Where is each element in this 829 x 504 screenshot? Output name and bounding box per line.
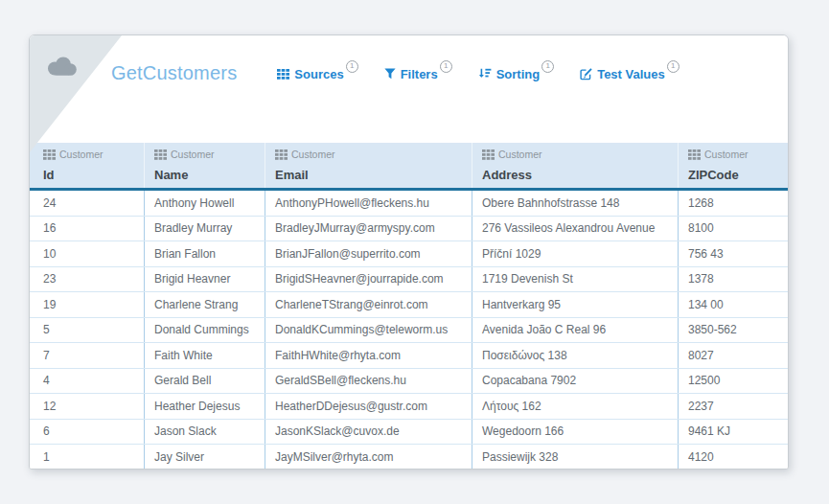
table-row[interactable]: 5Donald CummingsDonaldKCummings@teleworm…	[30, 318, 788, 344]
cell-name: Bradley Murray	[145, 217, 265, 241]
cell-address: Příční 1029	[472, 241, 679, 266]
cell-id: 5	[30, 318, 145, 343]
table-row[interactable]: 6Jason SlackJasonKSlack@cuvox.deWegedoor…	[30, 420, 788, 446]
cell-id: 7	[30, 343, 145, 368]
cloud-icon	[44, 55, 79, 80]
menu-item-label: Sorting	[496, 67, 541, 81]
menu-item-badge: 1	[440, 60, 452, 73]
cell-address: Wegedoorn 166	[472, 420, 679, 445]
cell-id: 4	[30, 369, 145, 394]
cell-name: Gerald Bell	[145, 369, 265, 394]
cell-zipcode: 9461 KJ	[679, 420, 788, 445]
column-field-name: ZIPCode	[688, 168, 780, 184]
table-row[interactable]: 1Jay SilverJayMSilver@rhyta.comPassiewij…	[30, 445, 788, 470]
cell-id: 6	[30, 420, 145, 445]
column-header-zipcode[interactable]: CustomerZIPCode	[679, 143, 788, 188]
cell-zipcode: 8027	[679, 343, 788, 368]
cell-address: Passiewijk 328	[472, 445, 679, 470]
menu-item-label: Test Values	[597, 67, 665, 81]
sort-icon	[478, 68, 492, 80]
menu-item-filters[interactable]: Filters1	[384, 67, 452, 81]
cell-id: 10	[30, 241, 145, 266]
cell-email: BrigidSHeavner@jourrapide.com	[265, 267, 472, 292]
cell-email: FaithHWhite@rhyta.com	[265, 343, 472, 368]
column-header-id[interactable]: CustomerId	[30, 143, 145, 188]
column-field-name: Address	[482, 168, 670, 184]
cell-name: Donald Cummings	[145, 318, 265, 343]
cell-name: Jay Silver	[145, 445, 265, 470]
cell-zipcode: 2237	[679, 394, 788, 419]
cell-address: Ποσειδώνος 138	[472, 343, 679, 368]
grid-icon	[154, 149, 167, 160]
cell-email: DonaldKCummings@teleworm.us	[265, 318, 472, 343]
corner-fold	[30, 35, 122, 152]
cell-zipcode: 3850-562	[679, 318, 788, 343]
cell-name: Faith White	[145, 343, 265, 368]
getcustomers-panel: GetCustomers Sources1 Filters1 Sorting1 …	[29, 34, 789, 470]
table-row[interactable]: 7Faith WhiteFaithHWhite@rhyta.comΠοσειδώ…	[30, 343, 788, 369]
cell-address: Copacabana 7902	[472, 369, 679, 394]
grid-icon	[43, 149, 56, 160]
menu-item-badge: 1	[541, 60, 554, 73]
cell-id: 1	[30, 445, 145, 470]
cell-id: 12	[30, 394, 145, 419]
cell-zipcode: 756 43	[679, 241, 788, 266]
cell-zipcode: 1268	[679, 191, 788, 216]
cell-zipcode: 12500	[679, 369, 788, 394]
column-source: Customer	[275, 149, 464, 160]
column-source: Customer	[154, 149, 257, 160]
edit-icon	[580, 68, 592, 80]
cell-name: Brigid Heavner	[145, 267, 265, 292]
cell-email: JasonKSlack@cuvox.de	[265, 420, 472, 445]
cell-address: Avenida João C Real 96	[472, 318, 679, 343]
table-body: 24Anthony HowellAnthonyPHowell@fleckens.…	[30, 191, 788, 470]
grid-icon	[688, 149, 701, 160]
cell-zipcode: 134 00	[679, 292, 788, 317]
cell-zipcode: 8100	[679, 217, 788, 241]
cell-email: GeraldSBell@fleckens.hu	[265, 369, 472, 394]
column-source-label: Customer	[291, 149, 335, 160]
cell-email: HeatherDDejesus@gustr.com	[265, 394, 472, 419]
cell-email: BrianJFallon@superrito.com	[265, 241, 472, 266]
filter-funnel-icon	[384, 68, 396, 80]
table-row[interactable]: 16Bradley MurrayBradleyJMurray@armyspy.c…	[30, 217, 788, 242]
cell-email: CharleneTStrang@einrot.com	[265, 292, 472, 317]
cell-name: Jason Slack	[145, 420, 265, 445]
cell-address: Hantverkarg 95	[472, 292, 679, 317]
menu-item-label: Filters	[401, 67, 438, 81]
table-row[interactable]: 4Gerald BellGeraldSBell@fleckens.huCopac…	[30, 369, 788, 395]
column-source-label: Customer	[498, 149, 542, 160]
panel-header: GetCustomers Sources1 Filters1 Sorting1 …	[30, 35, 788, 143]
column-source: Customer	[482, 149, 670, 160]
column-source: Customer	[43, 149, 136, 160]
table-row[interactable]: 23Brigid HeavnerBrigidSHeavner@jourrapid…	[30, 267, 788, 293]
table-row[interactable]: 12Heather DejesusHeatherDDejesus@gustr.c…	[30, 394, 788, 420]
menu-item-sorting[interactable]: Sorting1	[478, 67, 555, 81]
column-header-address[interactable]: CustomerAddress	[472, 143, 679, 188]
cell-name: Charlene Strang	[145, 292, 265, 317]
customers-table: CustomerId CustomerName CustomerEmail Cu…	[30, 143, 788, 469]
column-source-label: Customer	[59, 149, 104, 160]
cell-zipcode: 1378	[679, 267, 788, 292]
cell-name: Brian Fallon	[145, 241, 265, 266]
page-title: GetCustomers	[111, 62, 237, 84]
cell-email: BradleyJMurray@armyspy.com	[265, 217, 472, 241]
table-row[interactable]: 24Anthony HowellAnthonyPHowell@fleckens.…	[30, 191, 788, 217]
column-header-name[interactable]: CustomerName	[145, 143, 265, 188]
cell-zipcode: 4120	[679, 445, 788, 470]
menu-item-sources[interactable]: Sources1	[277, 67, 357, 81]
table-row[interactable]: 10Brian FallonBrianJFallon@superrito.com…	[30, 241, 788, 267]
column-header-email[interactable]: CustomerEmail	[265, 143, 472, 188]
column-source: Customer	[688, 149, 780, 160]
menu-item-test-values[interactable]: Test Values1	[580, 67, 679, 81]
cell-name: Anthony Howell	[145, 191, 265, 216]
panel-menu: Sources1 Filters1 Sorting1 Test Values1	[277, 67, 679, 81]
column-field-name: Name	[154, 168, 257, 184]
table-header-row: CustomerId CustomerName CustomerEmail Cu…	[30, 143, 788, 191]
menu-item-label: Sources	[294, 67, 343, 81]
header-row: GetCustomers Sources1 Filters1 Sorting1 …	[111, 58, 679, 87]
cell-email: AnthonyPHowell@fleckens.hu	[265, 191, 472, 216]
grid-icon	[275, 149, 288, 160]
table-row[interactable]: 19Charlene StrangCharleneTStrang@einrot.…	[30, 292, 788, 318]
cell-id: 23	[30, 267, 145, 292]
